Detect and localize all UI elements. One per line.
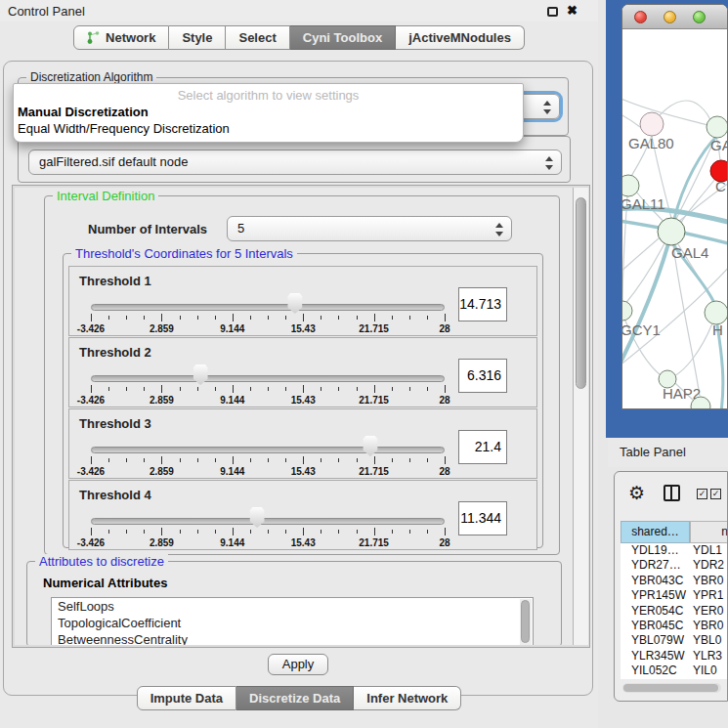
node-label-GA: GA [710,137,728,153]
slider-ticks [91,314,445,322]
split-columns-icon[interactable] [664,485,680,501]
network-node-GAL4[interactable] [658,218,685,245]
table-data-group: Table Data galFiltered.sif default node [18,136,571,183]
tab-network[interactable]: Network [73,25,169,50]
settings-vertical-scrollbar[interactable] [574,188,588,645]
table-row[interactable]: YBR043CYBR0 [621,574,728,588]
attribute-item[interactable]: SelfLoops [52,598,533,615]
close-icon[interactable]: ✖ [567,3,578,18]
table-row[interactable]: YBR045CYBR0 [621,619,728,633]
network-edge[interactable] [673,245,700,396]
network-edge[interactable] [622,196,627,306]
interval-definition-group: Interval Definition Number of Intervals … [44,195,560,555]
table-horizontal-scrollbar[interactable] [622,683,721,693]
table-row[interactable]: YLR345WYLR3 [621,649,728,664]
combo-arrows-icon [494,222,503,237]
node-label-red-node: C [715,178,726,194]
tab-cyni-toolbox[interactable]: Cyni Toolbox [290,25,396,50]
network-edge[interactable] [622,98,707,125]
threshold-rows: Threshold 1 -3.4262.8599.14415.4321.7152… [68,266,537,551]
number-of-intervals-value: 5 [237,221,244,236]
table-header-row: shared…n [621,521,728,543]
combo-arrows-icon [544,155,553,171]
tab-jactivemnodules[interactable]: jActiveMNodules [396,25,525,50]
column-header[interactable]: n [690,521,728,543]
threshold-slider[interactable] [91,447,445,453]
table-row[interactable]: YPR145WYPR1 [621,588,728,603]
settings-scrollpane: Interval Definition Number of Intervals … [12,185,590,648]
dropdown-option-equal-width-frequency[interactable]: Equal Width/Frequency Discretization [18,121,230,136]
slider-ticks [91,528,445,536]
tab-style[interactable]: Style [169,25,226,50]
table-data-selected: galFiltered.sif default node [39,154,188,169]
attribute-item[interactable]: BetweennessCentrality [52,631,533,645]
threshold-value-field[interactable]: 6.316 [458,359,507,393]
attribute-items: SelfLoopsTopologicalCoefficientBetweenne… [52,598,533,645]
zoom-window-icon[interactable] [693,11,706,23]
threshold-value-field[interactable]: 14.713 [458,287,507,321]
threshold-value-field[interactable]: 21.4 [458,430,507,464]
gear-icon[interactable]: ⚙ [628,482,645,504]
node-label-GAL11: GAL11 [622,195,665,212]
threshold-label: Threshold 3 [79,416,151,431]
network-window-titlebar[interactable] [622,5,727,29]
bottom-tab-bar: Impute DataDiscretize DataInfer Network [0,686,598,710]
threshold-slider[interactable] [91,518,445,525]
number-of-intervals-combobox[interactable]: 5 [227,216,512,241]
threshold-slider[interactable] [91,304,445,311]
discretization-algorithm-group-title: Discretization Algorithm [26,70,156,84]
apply-button[interactable]: Apply [268,654,328,675]
table-row[interactable]: YDR27…YDR2 [621,558,728,573]
threshold-value-field[interactable]: 11.344 [458,501,507,535]
network-edge[interactable] [674,323,712,376]
node-label-GCY1: GCY1 [622,321,661,338]
network-edge[interactable] [622,113,640,127]
tab-discretize-data[interactable]: Discretize Data [236,686,354,710]
network-edge[interactable] [676,138,715,219]
slider-tick-labels: -3.4262.8599.14415.4321.71528 [91,323,445,334]
checkbox-icon[interactable]: ✓ [697,489,707,499]
node-table: shared…n YDL19…YDL1YDR27…YDR2YBR043CYBR0… [621,521,728,679]
table-row[interactable]: YBL079WYBL0 [621,633,728,648]
slider-tick-labels: -3.4262.8599.14415.4321.71528 [91,466,445,477]
node-label-H: H [712,321,723,338]
node-label-GAL80: GAL80 [628,135,674,151]
network-edge-highlighted[interactable] [622,233,671,366]
table-row[interactable]: YIL052CYIL0 [621,664,728,678]
numerical-attributes-list[interactable]: SelfLoopsTopologicalCoefficientBetweenne… [51,597,534,645]
threshold-label: Threshold 2 [79,345,151,360]
attributes-scrollbar[interactable] [520,599,532,645]
table-panel-title: Table Panel [608,438,728,467]
tab-select[interactable]: Select [226,25,289,50]
table-row[interactable]: YER054CYER0 [621,604,728,619]
column-header[interactable]: shared… [621,521,690,543]
screen: Control Panel ✖ NetworkStyleSelectCyni T… [0,0,728,728]
threshold-panel: Threshold 3 -3.4262.8599.14415.4321.7152… [68,408,537,479]
attribute-item[interactable]: TopologicalCoefficient [52,615,533,631]
threshold-panel: Threshold 1 -3.4262.8599.14415.4321.7152… [68,266,537,336]
minimize-window-icon[interactable] [664,11,676,23]
network-node-GAL11[interactable] [622,175,639,196]
right-region: GAL80GACGAL11GAL4GCY1HHAP2 Table Panel ⚙… [598,0,728,728]
network-node-GAL80[interactable] [640,112,664,136]
network-node-GCY1[interactable] [622,301,632,321]
dropdown-option-manual-discretization[interactable]: Manual Discretization [18,105,149,119]
network-node-GA[interactable] [707,116,728,138]
attributes-group-title: Attributes to discretize [35,554,168,569]
tab-infer-network[interactable]: Infer Network [354,686,461,710]
settings-viewport: Interval Definition Number of Intervals … [15,188,574,645]
network-view-window: GAL80GACGAL11GAL4GCY1HHAP2 [621,4,728,409]
panel-title: Control Panel [8,4,85,19]
threshold-slider[interactable] [91,375,445,382]
close-window-icon[interactable] [634,11,647,23]
float-window-icon[interactable] [547,7,558,17]
threshold-label: Threshold 1 [79,274,151,288]
table-row[interactable]: YDL19…YDL1 [621,543,728,558]
table-data-combobox[interactable]: galFiltered.sif default node [28,150,562,175]
network-canvas[interactable]: GAL80GACGAL11GAL4GCY1HHAP2 [622,29,728,409]
slider-tick-labels: -3.4262.8599.14415.4321.71528 [91,395,445,406]
checkbox-icon[interactable]: ✓ [710,489,721,499]
slider-tick-labels: -3.4262.8599.14415.4321.71528 [91,537,445,548]
tab-impute-data[interactable]: Impute Data [137,686,236,710]
dropdown-hint: Select algorithm to view settings [14,88,523,103]
